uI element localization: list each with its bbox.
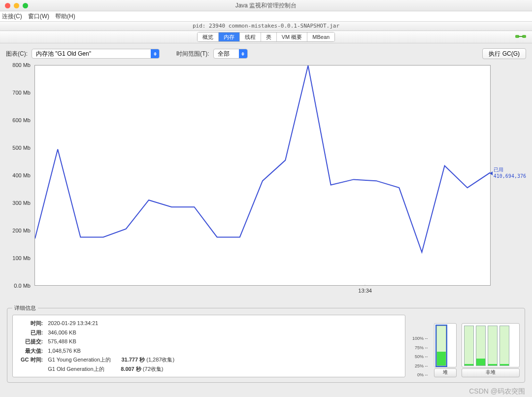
- x-tick-label: 13:34: [358, 288, 372, 294]
- tab-vm-summary[interactable]: VM 概要: [277, 33, 308, 41]
- plot-area[interactable]: [34, 65, 491, 286]
- window-title: Java 监视和管理控制台: [0, 1, 532, 10]
- nonheap-bars[interactable]: [462, 323, 520, 367]
- details-legend: 详细信息: [12, 304, 38, 312]
- memory-chart: 0.0 Mb100 Mb200 Mb300 Mb400 Mb500 Mb600 …: [6, 63, 526, 299]
- content-pane: 图表(C): 内存池 "G1 Old Gen" 时间范围(T): 全部 执行 G…: [0, 43, 532, 397]
- range-select[interactable]: 全部: [213, 49, 248, 59]
- menu-window[interactable]: 窗口(W): [28, 12, 49, 21]
- usage-bar[interactable]: [464, 326, 474, 366]
- heap-label[interactable]: 堆: [434, 368, 457, 377]
- x-axis: 13:34: [34, 288, 491, 296]
- bar-axis: 100% -- 75% -- 50% -- 25% -- 0% --: [412, 336, 429, 377]
- menu-help[interactable]: 帮助(H): [55, 12, 75, 21]
- heap-bars[interactable]: [434, 323, 457, 367]
- chevron-updown-icon: [239, 49, 247, 58]
- usage-bar[interactable]: [436, 326, 446, 366]
- usage-bar[interactable]: [476, 326, 486, 366]
- tab-classes[interactable]: 类: [261, 33, 277, 41]
- perform-gc-button[interactable]: 执行 GC(G): [482, 48, 526, 59]
- tab-memory[interactable]: 内存: [219, 33, 240, 41]
- chevron-updown-icon: [151, 49, 159, 58]
- menu-connect[interactable]: 连接(C): [2, 12, 22, 21]
- series-callout: 已用 410,694,376: [494, 166, 526, 179]
- usage-bar[interactable]: [488, 326, 498, 366]
- connection-status-icon: [515, 33, 526, 40]
- callout-label: 已用: [494, 166, 526, 173]
- nonheap-label[interactable]: 非堆: [462, 368, 520, 377]
- menu-bar: 连接(C) 窗口(W) 帮助(H): [0, 11, 532, 22]
- range-select-label: 时间范围(T):: [176, 50, 209, 58]
- tab-overview[interactable]: 概览: [198, 33, 219, 41]
- y-axis: 0.0 Mb100 Mb200 Mb300 Mb400 Mb500 Mb600 …: [6, 63, 33, 286]
- details-group: 详细信息 时间:2020-01-29 13:34:21 已用:346,006 K…: [7, 304, 525, 383]
- connection-subtitle: pid: 23940 common-mistakes-0.0.1-SNAPSHO…: [0, 22, 532, 31]
- watermark: CSDN @码农突围: [469, 387, 525, 396]
- tab-segment: 概览 内存 线程 类 VM 概要 MBean: [197, 32, 335, 42]
- chart-toolbar: 图表(C): 内存池 "G1 Old Gen" 时间范围(T): 全部 执行 G…: [6, 47, 526, 60]
- chart-select-label: 图表(C):: [6, 50, 28, 58]
- window-titlebar: Java 监视和管理控制台: [0, 0, 532, 11]
- tab-mbeans[interactable]: MBean: [307, 33, 334, 41]
- callout-value: 410,694,376: [494, 173, 526, 179]
- svg-rect-2: [518, 36, 523, 37]
- tab-threads[interactable]: 线程: [240, 33, 261, 41]
- memory-bars: 100% -- 75% -- 50% -- 25% -- 0% -- 堆 非堆: [412, 315, 520, 377]
- chart-select[interactable]: 内存池 "G1 Old Gen": [32, 49, 160, 59]
- tab-bar: 概览 内存 线程 类 VM 概要 MBean: [0, 31, 532, 43]
- usage-bar[interactable]: [499, 326, 509, 366]
- details-text: 时间:2020-01-29 13:34:21 已用:346,006 KB 已提交…: [12, 315, 405, 377]
